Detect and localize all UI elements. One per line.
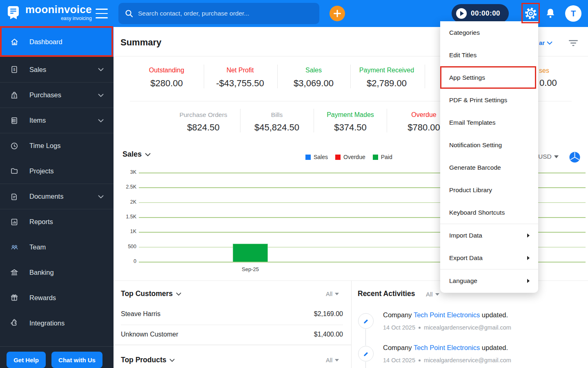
metric-value: $45,824.50 bbox=[254, 122, 299, 133]
svg-text:$: $ bbox=[13, 67, 16, 72]
chevron-down-icon bbox=[547, 41, 552, 45]
company-link[interactable]: Tech Point Electronics bbox=[414, 344, 480, 351]
top-customers-filter[interactable]: All bbox=[326, 291, 339, 297]
menu-item-language[interactable]: Language bbox=[440, 269, 538, 292]
sidebar-item-rewards[interactable]: Rewards bbox=[0, 285, 114, 310]
edit-activity-icon[interactable] bbox=[358, 313, 374, 329]
y-tick: 1.5K bbox=[124, 214, 136, 220]
menu-item-import-data[interactable]: Import Data bbox=[440, 224, 538, 247]
arrow-right-icon bbox=[527, 278, 530, 283]
bar-chart-icon bbox=[10, 218, 19, 227]
sidebar-item-label: Team bbox=[29, 243, 46, 251]
y-tick: 1K bbox=[124, 229, 136, 234]
sidebar-item-documents[interactable]: Documents bbox=[0, 184, 114, 209]
edit-activity-icon[interactable] bbox=[358, 346, 374, 361]
sidebar-item-label: Integrations bbox=[29, 319, 65, 327]
customer-name[interactable]: Unknown Customer bbox=[121, 331, 178, 338]
sidebar: Dashboard $ Sales $ Purchases Items bbox=[0, 27, 114, 368]
notifications-bell-icon[interactable] bbox=[543, 6, 558, 21]
metric-label-fragment: ses bbox=[539, 67, 549, 74]
legend-swatch-overdue bbox=[335, 155, 341, 160]
clock-icon bbox=[10, 141, 19, 150]
menu-item-app-settings[interactable]: App Settings bbox=[440, 66, 538, 89]
triangle-down-icon bbox=[335, 293, 339, 295]
menu-item-generate-barcode[interactable]: Generate Barcode bbox=[440, 156, 538, 179]
sidebar-item-purchases[interactable]: $ Purchases bbox=[0, 82, 114, 108]
metric-label: Bills bbox=[271, 111, 283, 119]
y-tick: 500 bbox=[124, 244, 136, 249]
menu-item-categories[interactable]: Categories bbox=[440, 21, 538, 44]
sidebar-item-integrations[interactable]: Integrations bbox=[0, 310, 114, 336]
menu-item-pdf-print-settings[interactable]: PDF & Print Settings bbox=[440, 89, 538, 111]
period-selector[interactable]: ar bbox=[539, 39, 552, 46]
sidebar-item-reports[interactable]: Reports bbox=[0, 209, 114, 234]
menu-item-export-data[interactable]: Export Data bbox=[440, 247, 538, 269]
legend-swatch-paid bbox=[373, 155, 378, 160]
metric-value: -$43,755.50 bbox=[216, 78, 264, 89]
top-products-title[interactable]: Top Products bbox=[121, 356, 175, 364]
currency-selector[interactable]: USD bbox=[538, 153, 559, 160]
activity-text: Company Tech Point Electronics updated. bbox=[383, 311, 508, 319]
sidebar-item-items[interactable]: Items bbox=[0, 108, 114, 133]
metric-label: Net Profit bbox=[227, 67, 254, 74]
sidebar-item-banking[interactable]: Banking bbox=[0, 260, 114, 285]
user-avatar[interactable]: T bbox=[565, 5, 581, 22]
activity-text: Company Tech Point Electronics updated. bbox=[383, 344, 508, 352]
shopping-bag-icon: $ bbox=[10, 91, 19, 100]
list-icon bbox=[10, 116, 19, 125]
recent-activities-title: Recent Activities bbox=[358, 289, 415, 298]
top-products-filter[interactable]: All bbox=[326, 357, 339, 364]
pie-chart-icon[interactable] bbox=[569, 152, 580, 164]
menu-item-email-templates[interactable]: Email Templates bbox=[440, 111, 538, 134]
hamburger-menu-icon[interactable] bbox=[96, 9, 108, 18]
timeline-connector bbox=[365, 362, 366, 368]
metric-value: $2,789.00 bbox=[367, 78, 407, 89]
metric-label: Outstanding bbox=[149, 67, 184, 74]
sidebar-item-sales[interactable]: $ Sales bbox=[0, 57, 114, 82]
sidebar-item-projects[interactable]: Projects bbox=[0, 158, 114, 184]
get-help-button[interactable]: Get Help bbox=[7, 352, 46, 368]
chart-title-dropdown[interactable]: Sales bbox=[122, 150, 151, 159]
filter-icon[interactable] bbox=[568, 39, 578, 48]
activity-meta: 14 Oct 2025 micealgardenservice@gmail.co… bbox=[383, 357, 511, 364]
menu-item-notification-setting[interactable]: Notification Setting bbox=[440, 134, 538, 156]
divider bbox=[350, 65, 351, 88]
metric-value: $280.00 bbox=[150, 78, 183, 89]
global-search[interactable] bbox=[118, 3, 319, 24]
divider bbox=[314, 109, 314, 132]
menu-item-edit-titles[interactable]: Edit Titles bbox=[440, 44, 538, 66]
chat-with-us-button[interactable]: Chat with Us bbox=[51, 352, 102, 368]
settings-dropdown-menu: Categories Edit Titles App Settings PDF … bbox=[440, 21, 538, 293]
chevron-down-icon bbox=[98, 119, 104, 122]
bank-icon bbox=[10, 268, 19, 277]
timer-value: 00:00:00 bbox=[471, 9, 500, 18]
triangle-down-icon bbox=[554, 155, 559, 158]
settings-gear-icon[interactable] bbox=[523, 5, 539, 22]
paid-bar[interactable] bbox=[233, 244, 268, 262]
timer-widget[interactable]: 00:00:00 bbox=[452, 4, 509, 23]
legend-swatch-sales bbox=[305, 155, 311, 160]
recent-activities-filter[interactable]: All bbox=[426, 291, 439, 298]
sidebar-item-label: Items bbox=[29, 117, 46, 124]
metric-label: Overdue bbox=[411, 111, 436, 119]
top-customers-title[interactable]: Top Customers bbox=[121, 289, 181, 298]
sidebar-item-dashboard[interactable]: Dashboard bbox=[0, 27, 114, 57]
company-link[interactable]: Tech Point Electronics bbox=[414, 311, 480, 319]
menu-item-product-library[interactable]: Product Library bbox=[440, 179, 538, 201]
sidebar-item-team[interactable]: Team bbox=[0, 234, 114, 260]
triangle-down-icon bbox=[435, 293, 439, 296]
svg-text:$: $ bbox=[13, 94, 16, 98]
timeline-connector bbox=[365, 329, 366, 346]
quick-add-button[interactable] bbox=[330, 6, 345, 21]
chevron-down-icon bbox=[169, 359, 175, 362]
document-icon bbox=[10, 192, 19, 201]
menu-item-keyboard-shortcuts[interactable]: Keyboard Shortcuts bbox=[440, 201, 538, 224]
puzzle-icon bbox=[10, 319, 19, 328]
search-input[interactable] bbox=[138, 10, 313, 17]
app-logo[interactable]: mooninvoice easy invoicing bbox=[6, 4, 92, 21]
moon-invoice-dashboard: Summary ar Outstanding $280.00 Net Profi… bbox=[0, 0, 588, 368]
customer-amount: $1,400.00 bbox=[314, 331, 343, 338]
plus-icon bbox=[333, 9, 341, 18]
sidebar-item-time-logs[interactable]: Time Logs bbox=[0, 133, 114, 158]
customer-name[interactable]: Steave Harris bbox=[121, 310, 160, 318]
